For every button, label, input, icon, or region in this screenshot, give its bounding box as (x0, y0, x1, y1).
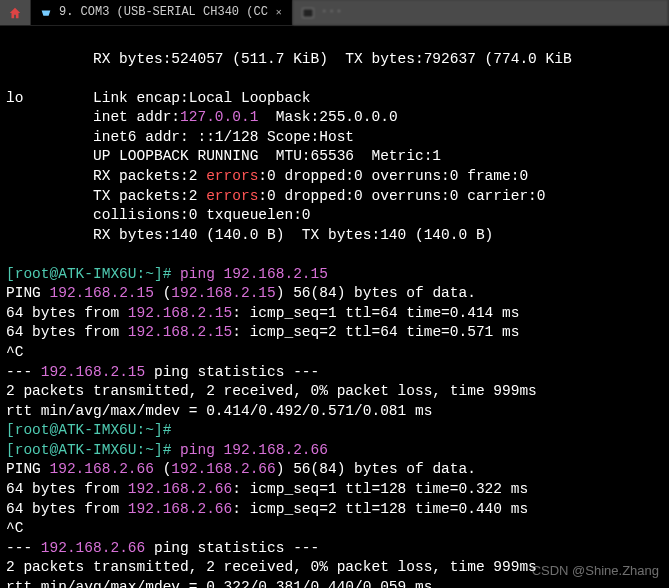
term-line: RX bytes:524057 (511.7 KiB) TX bytes:792… (6, 51, 572, 67)
term-line: 2 packets transmitted, 2 received, 0% pa… (6, 559, 537, 575)
term-line: lo Link encap:Local Loopback (6, 90, 311, 106)
shell-prompt: [root@ATK-IMX6U:~]# (6, 442, 180, 458)
errors-label: errors (206, 188, 258, 204)
ip-address: 192.168.2.66 (171, 461, 275, 477)
terminal-icon (301, 6, 315, 20)
term-line: TX packets:2 (6, 188, 206, 204)
tab-com3[interactable]: 9. COM3 (USB-SERIAL CH340 (CC ✕ (31, 0, 293, 25)
ip-address: 192.168.2.15 (128, 324, 232, 340)
shell-prompt: [root@ATK-IMX6U:~]# (6, 266, 180, 282)
terminal-output[interactable]: RX bytes:524057 (511.7 KiB) TX bytes:792… (0, 26, 669, 588)
term-line: ping statistics --- (145, 364, 319, 380)
term-line: UP LOOPBACK RUNNING MTU:65536 Metric:1 (6, 148, 441, 164)
ip-address: 192.168.2.66 (128, 481, 232, 497)
tab-bar: 9. COM3 (USB-SERIAL CH340 (CC ✕ ··· (0, 0, 669, 26)
command: ping 192.168.2.66 (180, 442, 328, 458)
ip-address: 192.168.2.66 (50, 461, 154, 477)
term-line: ^C (6, 344, 23, 360)
ip-address: 127.0.0.1 (180, 109, 258, 125)
term-line: RX bytes:140 (140.0 B) TX bytes:140 (140… (6, 227, 493, 243)
tab-other[interactable]: ··· (293, 0, 669, 25)
term-line: : icmp_seq=2 ttl=128 time=0.440 ms (232, 501, 528, 517)
term-line: ) 56(84) bytes of data. (276, 285, 476, 301)
term-line: ( (154, 461, 171, 477)
term-line: rtt min/avg/max/mdev = 0.322/0.381/0.440… (6, 579, 432, 588)
shell-prompt: [root@ATK-IMX6U:~]# (6, 422, 180, 438)
term-line: : icmp_seq=1 ttl=64 time=0.414 ms (232, 305, 519, 321)
term-line: ( (154, 285, 171, 301)
term-line: PING (6, 285, 50, 301)
term-line: Mask:255.0.0.0 (258, 109, 397, 125)
ip-address: 192.168.2.15 (128, 305, 232, 321)
term-line: rtt min/avg/max/mdev = 0.414/0.492/0.571… (6, 403, 432, 419)
home-icon (8, 6, 22, 20)
serial-icon (39, 6, 53, 20)
term-line: 64 bytes from (6, 324, 128, 340)
term-line: ^C (6, 520, 23, 536)
term-line: ping statistics --- (145, 540, 319, 556)
term-line: collisions:0 txqueuelen:0 (6, 207, 311, 223)
tab-home[interactable] (0, 0, 31, 25)
term-line: :0 dropped:0 overruns:0 frame:0 (258, 168, 528, 184)
term-line: 64 bytes from (6, 501, 128, 517)
term-line: 2 packets transmitted, 2 received, 0% pa… (6, 383, 537, 399)
term-line: inet addr: (6, 109, 180, 125)
ip-address: 192.168.2.15 (50, 285, 154, 301)
term-line: RX packets:2 (6, 168, 206, 184)
term-line: ) 56(84) bytes of data. (276, 461, 476, 477)
term-line: PING (6, 461, 50, 477)
term-line: --- (6, 364, 41, 380)
ip-address: 192.168.2.15 (171, 285, 275, 301)
term-line: inet6 addr: ::1/128 Scope:Host (6, 129, 354, 145)
tab-label: 9. COM3 (USB-SERIAL CH340 (CC (59, 4, 268, 20)
ip-address: 192.168.2.15 (41, 364, 145, 380)
term-line: : icmp_seq=2 ttl=64 time=0.571 ms (232, 324, 519, 340)
errors-label: errors (206, 168, 258, 184)
tab-label-blur: ··· (321, 4, 343, 20)
command: ping 192.168.2.15 (180, 266, 328, 282)
ip-address: 192.168.2.66 (128, 501, 232, 517)
term-line: --- (6, 540, 41, 556)
term-line: : icmp_seq=1 ttl=128 time=0.322 ms (232, 481, 528, 497)
term-line: 64 bytes from (6, 305, 128, 321)
ip-address: 192.168.2.66 (41, 540, 145, 556)
svg-rect-0 (303, 8, 314, 17)
term-line: 64 bytes from (6, 481, 128, 497)
term-line: :0 dropped:0 overruns:0 carrier:0 (258, 188, 545, 204)
close-icon[interactable]: ✕ (274, 8, 284, 18)
